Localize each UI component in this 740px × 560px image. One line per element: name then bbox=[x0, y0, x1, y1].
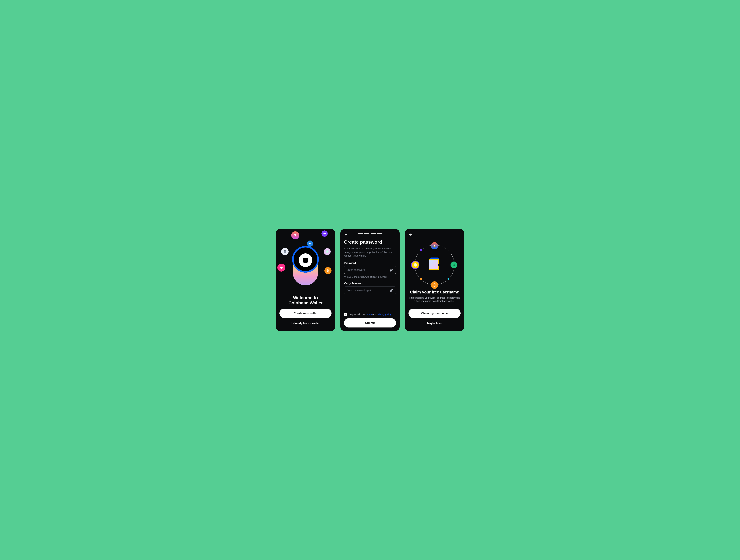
consent-checkbox[interactable] bbox=[344, 313, 347, 316]
username-illustration: ₿ bbox=[408, 240, 461, 289]
welcome-title-line2: Coinbase Wallet bbox=[288, 301, 322, 305]
create-new-wallet-button[interactable]: Create new wallet bbox=[279, 309, 332, 318]
toggle-visibility-icon[interactable] bbox=[390, 268, 393, 272]
password-input[interactable] bbox=[347, 268, 390, 271]
svg-point-5 bbox=[327, 251, 327, 252]
terms-link[interactable]: terms bbox=[366, 313, 372, 316]
already-have-wallet-button[interactable]: I already have a wallet bbox=[279, 319, 332, 328]
password-field[interactable] bbox=[344, 266, 396, 274]
verify-password-input[interactable] bbox=[347, 289, 390, 292]
welcome-illustration: ₿ bbox=[276, 229, 335, 295]
privacy-link[interactable]: privacy policy bbox=[377, 313, 391, 316]
wallet-icon bbox=[427, 257, 443, 272]
claim-username-button[interactable]: Claim my username bbox=[408, 309, 461, 318]
welcome-title: Welcome to Coinbase Wallet bbox=[279, 295, 332, 306]
maybe-later-button[interactable]: Maybe later bbox=[408, 319, 461, 328]
avatar-sunglasses-icon bbox=[291, 231, 299, 239]
bitcoin-orange-icon: ₿ bbox=[431, 281, 438, 289]
consent-mid: and bbox=[372, 313, 377, 316]
progress-indicator bbox=[358, 233, 382, 234]
svg-rect-1 bbox=[294, 235, 297, 235]
nft-bird-icon bbox=[324, 248, 331, 255]
submit-button[interactable]: Submit bbox=[344, 318, 396, 328]
page-title: Create password bbox=[344, 239, 396, 245]
back-arrow-icon[interactable] bbox=[408, 232, 412, 237]
coin-yellow-icon bbox=[412, 261, 419, 268]
coinbase-logo bbox=[299, 253, 312, 267]
verify-password-label: Verify Password bbox=[344, 282, 396, 285]
avatar-nft-icon bbox=[431, 242, 438, 249]
page-description: Remembering your wallet address is easie… bbox=[408, 296, 461, 303]
svg-marker-11 bbox=[429, 257, 439, 259]
bitcoin-orange-icon: ₿ bbox=[324, 266, 333, 275]
page-description: Set a password to unlock your wallet eac… bbox=[344, 247, 396, 258]
svg-point-14 bbox=[434, 245, 436, 246]
svg-point-2 bbox=[325, 233, 326, 234]
svg-point-4 bbox=[326, 250, 329, 253]
svg-rect-12 bbox=[429, 260, 438, 269]
toggle-visibility-icon[interactable] bbox=[390, 289, 393, 292]
screen-claim-username: ₿ Claim your free username Remembering y… bbox=[405, 229, 464, 331]
password-hint: At least 8 characters, with at least 1 n… bbox=[344, 275, 396, 278]
diamond-green-icon bbox=[451, 261, 457, 268]
screen-welcome: ₿ Welcome to Coinbase Wallet Create new … bbox=[276, 229, 335, 331]
consent-row: I agree with the terms and privacy polic… bbox=[344, 313, 396, 316]
back-arrow-icon[interactable] bbox=[344, 232, 348, 237]
consent-prefix: I agree with the bbox=[349, 313, 366, 316]
welcome-title-line1: Welcome to bbox=[293, 295, 318, 300]
megaphone-purple-icon bbox=[321, 230, 328, 237]
svg-point-13 bbox=[438, 264, 439, 266]
screen-create-password: Create password Set a password to unlock… bbox=[341, 229, 399, 331]
page-title: Claim your free username bbox=[408, 290, 461, 295]
bull-pink-icon bbox=[277, 263, 285, 271]
verify-password-field[interactable] bbox=[344, 287, 396, 294]
opensea-icon bbox=[307, 240, 313, 247]
ape-cap-icon bbox=[281, 248, 289, 255]
password-label: Password bbox=[344, 262, 396, 264]
